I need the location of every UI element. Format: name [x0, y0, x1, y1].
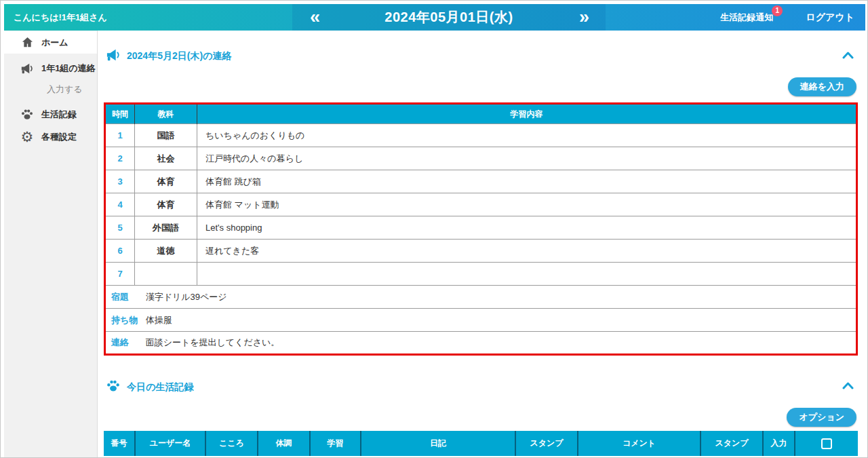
collapse-record-chevron-up-icon[interactable]: [842, 381, 854, 389]
sidebar-item-input[interactable]: 入力する: [4, 78, 97, 100]
date-navigation: « 2024年05月01日(水) »: [292, 4, 606, 31]
table-header-row: 時間 教科 学習内容: [105, 104, 857, 124]
contact-section-title: 2024年5月2日(木)の連絡: [127, 50, 231, 62]
sidebar-item-label: 入力する: [47, 83, 83, 96]
logout-button[interactable]: ログアウト: [806, 12, 854, 24]
paw-icon: [20, 108, 34, 121]
subject-cell: 社会: [135, 147, 197, 170]
subject-cell: [135, 263, 197, 286]
homework-value: 漢字ドリル39ページ: [146, 292, 227, 302]
greeting-text: こんにちは!1年1組さん: [4, 12, 107, 24]
content-cell: 江戸時代の人々の暮らし: [197, 147, 857, 170]
life-record-section-header: 今日の生活記録: [106, 379, 193, 396]
contact-schedule-table: 時間 教科 学習内容 1 国語 ちいちゃんのおくりもの 2 社会 江戸時代の人々…: [104, 102, 858, 356]
period-cell: 7: [105, 263, 135, 286]
column-header-subject: 教科: [135, 104, 197, 124]
subject-cell: 体育: [135, 170, 197, 193]
period-cell: 5: [105, 216, 135, 240]
column-header-period: 時間: [105, 104, 135, 124]
notice-value: 面談シートを提出してください。: [146, 337, 280, 347]
sidebar-item-label: 1年1組の連絡: [41, 62, 96, 75]
collapse-contact-chevron-up-icon[interactable]: [842, 51, 854, 59]
table-row: 4 体育 体育館 マット運動: [105, 193, 857, 216]
column-header-content: 学習内容: [197, 104, 857, 124]
current-date-label: 2024年05月01日(水): [384, 8, 513, 26]
column-header-health: 体調: [258, 431, 311, 456]
sidebar-item-label: 各種設定: [41, 131, 77, 143]
content-cell: Let's shopping: [197, 216, 857, 240]
sidebar-item-settings[interactable]: ⚙ 各種設定: [4, 126, 97, 148]
column-header-username: ユーザー名: [136, 431, 206, 456]
belongings-row: 持ち物 体操服: [105, 309, 857, 332]
select-all-checkbox[interactable]: [821, 438, 832, 449]
table-row: 3 体育 体育館 跳び箱: [105, 170, 857, 193]
subject-cell: 外国語: [135, 216, 197, 240]
options-button[interactable]: オプション: [787, 408, 856, 427]
table-row: 5 外国語 Let's shopping: [105, 216, 857, 240]
notification-badge: 1: [772, 5, 783, 16]
column-header-stamp2: スタンプ: [701, 431, 764, 456]
column-header-heart: こころ: [206, 431, 258, 456]
sidebar-item-label: ホーム: [41, 37, 68, 49]
sidebar-item-life-record[interactable]: 生活記録: [4, 103, 97, 126]
column-header-number: 番号: [104, 431, 136, 456]
homework-row: 宿題 漢字ドリル39ページ: [105, 286, 857, 309]
period-cell: 2: [105, 147, 135, 170]
column-header-input: 入力: [764, 431, 795, 456]
notice-label: 連絡: [111, 337, 143, 349]
period-cell: 3: [105, 170, 135, 193]
table-row: 6 道徳 遅れてきた客: [105, 240, 857, 263]
table-row: 1 国語 ちいちゃんのおくりもの: [105, 124, 857, 147]
period-cell: 4: [105, 193, 135, 216]
period-cell: 1: [105, 124, 135, 147]
content-cell: 体育館 マット運動: [197, 193, 857, 216]
sidebar-item-home[interactable]: ホーム: [4, 31, 97, 54]
life-record-notification-link[interactable]: 生活記録通知 1: [720, 12, 773, 24]
content-cell: ちいちゃんのおくりもの: [197, 124, 857, 147]
gear-icon: ⚙: [20, 130, 34, 144]
table-row: 7: [105, 263, 857, 286]
subject-cell: 道徳: [135, 240, 197, 263]
content-cell: 遅れてきた客: [197, 240, 857, 263]
sidebar: ホーム 1年1組の連絡 入力する 生活記録 ⚙ 各種設定: [4, 31, 98, 458]
belongings-label: 持ち物: [111, 314, 143, 326]
column-header-stamp: スタンプ: [516, 431, 578, 456]
notice-row: 連絡 面談シートを提出してください。: [105, 332, 857, 355]
column-header-comment: コメント: [578, 431, 701, 456]
table-row: 2 社会 江戸時代の人々の暮らし: [105, 147, 857, 170]
sidebar-item-label: 生活記録: [41, 109, 77, 121]
homework-label: 宿題: [111, 291, 143, 303]
contact-section-header: 2024年5月2日(木)の連絡: [106, 48, 231, 64]
megaphone-icon: [20, 62, 34, 75]
period-cell: 6: [105, 240, 135, 263]
sidebar-item-class-contact[interactable]: 1年1組の連絡: [4, 57, 97, 79]
life-record-table-header: 番号 ユーザー名 こころ 体調 学習 日記 スタンプ コメント スタンプ 入力: [104, 431, 858, 456]
top-header-bar: こんにちは!1年1組さん « 2024年05月01日(水) » 生活記録通知 1…: [4, 4, 865, 31]
megaphone-icon: [106, 48, 121, 64]
home-icon: [20, 36, 34, 50]
enter-contact-button[interactable]: 連絡を入力: [788, 77, 856, 96]
column-header-diary: 日記: [361, 431, 516, 456]
subject-cell: 国語: [135, 124, 197, 147]
content-cell: 体育館 跳び箱: [197, 170, 857, 193]
content-cell: [197, 263, 857, 286]
prev-day-button[interactable]: «: [310, 4, 319, 31]
next-day-button[interactable]: »: [579, 4, 588, 31]
belongings-value: 体操服: [146, 315, 172, 325]
life-record-section-title: 今日の生活記録: [127, 381, 193, 394]
paw-icon: [106, 379, 121, 396]
notification-label: 生活記録通知: [720, 12, 773, 22]
subject-cell: 体育: [135, 193, 197, 216]
column-header-study: 学習: [311, 431, 361, 456]
